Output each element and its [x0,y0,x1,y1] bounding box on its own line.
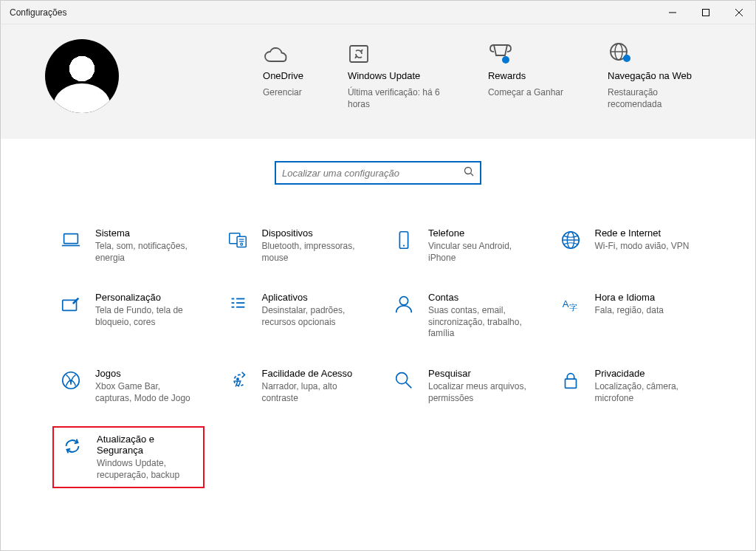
status-sub: Gerenciar [263,87,302,99]
search-icon [391,368,416,393]
status-title: Rewards [488,70,526,81]
category-desc: Bluetooth, impressoras, mouse [262,241,365,264]
minimize-button[interactable] [656,1,689,24]
status-rewards[interactable]: Rewards Começar a Ganhar [488,39,563,110]
cloud-icon [263,39,289,64]
category-apps[interactable]: AplicativosDesinstalar, padrões, recurso… [219,286,371,346]
svg-text:A: A [562,298,568,309]
svg-rect-38 [565,379,576,388]
category-title: Contas [428,292,532,303]
svg-point-10 [465,168,472,174]
search-input[interactable] [282,168,464,179]
category-search[interactable]: PesquisarLocalizar meus arquivos, permis… [385,362,537,410]
accessibility-icon [225,368,250,393]
category-desc: Tela, som, notificações, energia [95,241,199,264]
status-sub: Última verificação: há 6 horas [348,87,444,110]
category-desc: Tela de Fundo, tela de bloqueio, cores [95,305,199,328]
category-privacy[interactable]: PrivacidadeLocalização, câmera, microfon… [552,362,704,410]
svg-point-36 [396,373,408,384]
category-title: Rede e Internet [595,227,690,239]
category-title: Dispositivos [262,227,365,239]
category-desc: Xbox Game Bar, capturas, Modo de Jogo [95,381,199,404]
category-desc: Narrador, lupa, alto contraste [262,381,365,404]
search-box[interactable] [275,161,481,185]
paint-icon [58,292,83,317]
category-phone[interactable]: TelefoneVincular seu Android, iPhone [385,222,537,270]
category-title: Hora e Idioma [595,292,664,303]
svg-rect-4 [350,46,368,62]
sync-arrows-icon [60,434,85,459]
category-desc: Localização, câmera, microfone [595,381,698,404]
category-title: Jogos [95,368,199,379]
category-time-language[interactable]: A字 Hora e IdiomaFala, região, data [552,286,704,346]
category-title: Pesquisar [428,368,532,379]
category-title: Telefone [428,227,532,239]
person-icon [391,292,416,317]
rewards-icon [488,39,513,64]
status-title: OneDrive [263,70,303,81]
svg-point-20 [403,244,405,246]
category-desc: Fala, região, data [595,305,664,317]
category-title: Personalização [95,292,199,303]
user-avatar[interactable] [45,39,119,113]
svg-point-9 [623,55,630,62]
svg-line-37 [406,383,412,389]
status-windows-update[interactable]: Windows Update Última verificação: há 6 … [348,39,444,110]
status-sub: Começar a Ganhar [488,87,563,99]
svg-text:字: 字 [569,303,577,312]
search-row [1,139,755,199]
close-button[interactable] [722,1,755,24]
category-title: Atualização e Segurança [97,434,197,456]
status-row: OneDrive Gerenciar Windows Update Última… [263,39,726,110]
lock-icon [558,368,583,393]
category-desc: Windows Update, recuperação, backup [97,458,197,481]
category-system[interactable]: SistemaTela, som, notificações, energia [52,222,205,270]
status-onedrive[interactable]: OneDrive Gerenciar [263,39,303,110]
xbox-icon [58,368,83,393]
category-desc: Vincular seu Android, iPhone [428,241,532,264]
category-network[interactable]: Rede e InternetWi-Fi, modo avião, VPN [552,222,704,270]
laptop-icon [58,227,83,253]
svg-point-31 [399,297,408,305]
category-desc: Suas contas, email, sincronização, traba… [428,305,532,340]
category-desc: Desinstalar, padrões, recursos opcionais [262,305,365,328]
category-ease-of-access[interactable]: Facilidade de AcessoNarrador, lupa, alto… [219,362,371,410]
maximize-button[interactable] [689,1,722,24]
svg-rect-1 [702,9,709,16]
status-title: Navegação na Web [608,70,692,81]
window-title: Configurações [10,7,66,18]
status-title: Windows Update [348,70,420,81]
category-personalization[interactable]: PersonalizaçãoTela de Fundo, tela de blo… [52,286,205,346]
category-desc: Wi-Fi, modo avião, VPN [595,241,690,253]
globe-icon [558,227,583,253]
phone-icon [391,227,416,253]
category-title: Facilidade de Acesso [262,368,365,379]
sync-icon [348,39,370,64]
account-header: OneDrive Gerenciar Windows Update Última… [1,24,755,139]
search-icon [464,166,474,179]
status-web-browsing[interactable]: Navegação na Web Restauração recomendada [608,39,704,110]
category-title: Privacidade [595,368,698,379]
svg-line-11 [471,174,474,177]
category-accounts[interactable]: ContasSuas contas, email, sincronização,… [385,286,537,346]
globe-icon [608,39,633,64]
category-update-security[interactable]: Atualização e SegurançaWindows Update, r… [52,426,205,488]
svg-point-35 [236,377,239,380]
category-desc: Localizar meus arquivos, permissões [428,381,532,404]
window-controls [656,1,755,24]
svg-rect-12 [64,234,78,244]
category-devices[interactable]: DispositivosBluetooth, impressoras, mous… [219,222,371,270]
apps-icon [225,292,250,317]
svg-point-5 [502,56,509,64]
category-title: Aplicativos [262,292,365,303]
category-gaming[interactable]: JogosXbox Game Bar, capturas, Modo de Jo… [52,362,205,410]
titlebar: Configurações [1,1,755,24]
category-title: Sistema [95,227,199,239]
language-icon: A字 [558,292,583,317]
status-sub: Restauração recomendada [608,87,704,110]
settings-grid: SistemaTela, som, notificações, energia … [1,199,755,488]
devices-icon [225,227,250,253]
